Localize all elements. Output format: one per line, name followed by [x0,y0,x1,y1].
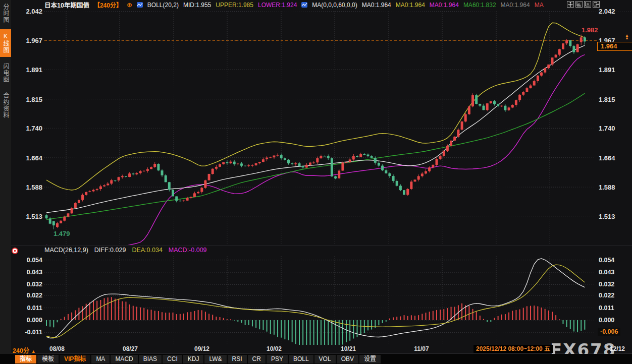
last-date-label: 12/12 [610,345,625,352]
axis-label: 1.588 [599,184,615,191]
left-sidebar: 分时图K线图闪电图合约资料 [0,0,11,364]
date-tick-label: 10/21 [341,345,356,352]
axis-label: 1.815 [12,95,42,103]
axis-label: 1.513 [12,212,42,220]
toolbar-button-settings[interactable]: 设置 [359,355,381,363]
x-axis-row: 240分 ▲ 08/0808/2709/1210/0210/2111/07 20… [0,345,632,354]
period-arrow-icon: ▲ [31,349,36,354]
sidebar-tab-分时图[interactable]: 分时图 [0,0,11,27]
toolbar-button-CR[interactable]: CR [248,355,266,363]
axis-label: 1.588 [12,184,42,191]
axis-label: 0.054 [599,257,614,264]
toolbar-button-模板[interactable]: 模板 [37,355,59,363]
axis-label: 1.664 [599,154,615,161]
sidebar-tab-合约资料[interactable]: 合约资料 [0,89,11,122]
axis-label: 1.967 [12,37,42,44]
panel-divider [11,246,632,246]
ma-value: MA0:1.964 [501,2,530,9]
period-high-label: 1.982 [582,26,598,34]
axis-label: 0.022 [12,292,42,299]
move-icon[interactable] [567,1,574,8]
pane-expand-icon[interactable] [593,1,600,8]
toolbar-button-CCI[interactable]: CCI [163,355,182,363]
axis-label: 0.011 [12,305,42,312]
axis-label: 1.815 [599,95,615,103]
toolbar-button-KDJ[interactable]: KDJ [183,355,204,363]
boll-chart-icon[interactable] [137,2,143,8]
date-tick-label: 10/02 [267,345,282,352]
toolbar-button-MA[interactable]: MA [91,355,110,363]
axis-label: 0.043 [12,269,42,276]
date-tick-label: 11/07 [414,345,429,352]
axis-label: -0.011 [12,329,42,336]
axis-label: 1.664 [12,154,42,161]
macd-name[interactable]: MACD(26,12,9) [44,247,88,254]
axis-label: 0.011 [599,305,614,312]
ma-value: MA60:1.832 [463,2,496,9]
axis-shift-icon[interactable] [584,1,591,8]
macd-label-row: MACD(26,12,9) DIFF:0.029 DEA:0.034 MACD:… [44,247,207,254]
boll-lower-value: LOWER:1.924 [258,2,297,9]
chart-window-icons [567,1,600,8]
ma-values: MA0:1.964MA0:1.964MA0:1.964MA60:1.832MA0… [362,2,544,9]
axis-label: 0.043 [599,269,614,276]
date-tick-label: 09/12 [194,345,209,352]
boll-upper-value: UPPER:1.985 [216,2,253,9]
last-price-tag: 1.964 [597,42,632,51]
axis-label: 1.891 [12,66,42,74]
axis-label: 0.032 [599,281,614,288]
axis-label: 0.000 [12,317,42,324]
date-tick-label: 08/27 [123,345,138,352]
sidebar-tab-闪电图[interactable]: 闪电图 [0,59,11,86]
price-marker-icon: ▲▲ [625,34,629,39]
chart-canvas[interactable] [0,0,632,364]
axis-label: 1.891 [599,66,615,74]
ma-chart-icon[interactable] [301,2,307,8]
ma-name: MA(0,0,0,60,0,0) [312,2,357,9]
period-low-label: 1.479 [54,230,70,237]
trading-app-window: 分时图K线图闪电图合约资料 日本10年期国债 【240分】 ⊕ BOLL(20,… [0,0,632,364]
ma-value: MA0:1.964 [396,2,425,9]
toolbar-button-RSI[interactable]: RSI [228,355,247,363]
instrument-title: 日本10年期国债 [44,0,89,10]
toolbar-button-BOLL[interactable]: BOLL [289,355,313,363]
period-text: 240分 [13,347,29,354]
date-tick-label: 08/08 [49,345,65,352]
axis-label: 0.000 [599,317,614,324]
macd-diff-value: DIFF:0.029 [94,247,126,254]
toolbar-button-LW&[interactable]: LW& [204,355,226,363]
boll-name: BOLL(20,2) [147,2,179,9]
axis-label: 0.054 [12,257,42,264]
axis-label: 1.740 [599,125,615,132]
axis-scale-icon[interactable] [575,1,583,8]
period-badge[interactable]: 【240分】 [94,1,122,9]
ma-value: MA0:1.964 [430,2,459,9]
indicator-dot-icon[interactable] [12,248,18,254]
ma-value: MA0:1.964 [362,2,391,9]
crosshair-time-tooltip: 2025/12/12 08:00~12:00 五 [473,345,553,353]
axis-label: 1.740 [12,125,42,132]
toolbar-button-PSY[interactable]: PSY [267,355,288,363]
bottom-toolbar: 指标模板VIP指标MAMACDBIASCCIKDJLW&RSICRPSYBOLL… [0,354,632,364]
axis-label: 0.022 [599,292,614,299]
ma-value: MA [535,2,544,9]
sidebar-tab-K线图[interactable]: K线图 [0,29,11,57]
toolbar-button-VIP指标[interactable]: VIP指标 [60,355,90,363]
boll-mid-value: MID:1.955 [183,2,211,9]
add-circle-icon[interactable]: ⊕ [127,1,132,9]
macd-value-tag: -0.006 [598,328,620,336]
chart-header: 日本10年期国债 【240分】 ⊕ BOLL(20,2) MID:1.955 U… [11,0,632,10]
toolbar-button-BIAS[interactable]: BIAS [139,355,162,363]
macd-dea-value: DEA:0.034 [132,247,162,254]
toolbar-button-MACD[interactable]: MACD [111,355,137,363]
axis-label: 0.032 [12,281,42,288]
toolbar-button-VOL[interactable]: VOL [314,355,336,363]
macd-macd-value: MACD:-0.009 [169,247,207,254]
toolbar-button-指标[interactable]: 指标 [15,355,36,363]
axis-label: 1.513 [599,212,615,220]
toolbar-button-OBV[interactable]: OBV [337,355,358,363]
